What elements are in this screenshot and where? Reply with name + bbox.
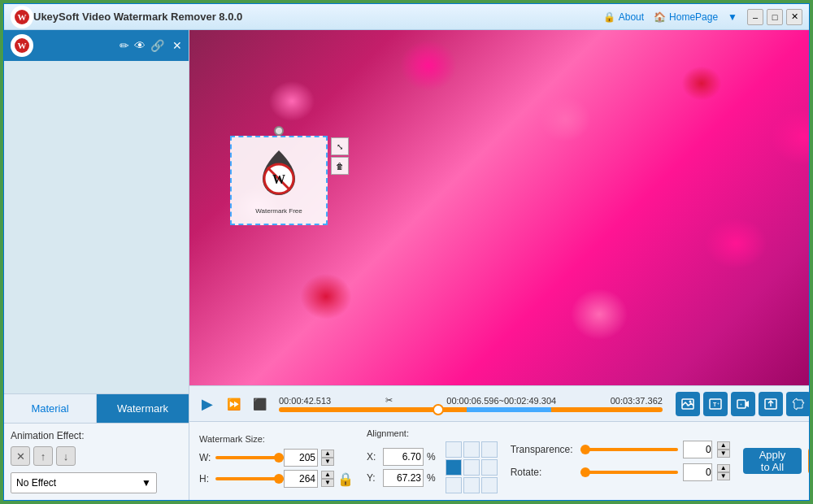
watermark-size-section: Watermark Size: W: ▲ ▼ H:: [199, 434, 354, 488]
align-middle-center[interactable]: [463, 459, 480, 476]
title-bar: W UkeySoft Video Watermark Remover 8.0.0…: [4, 4, 809, 30]
next-button[interactable]: Next -->: [808, 448, 809, 474]
transparency-input[interactable]: [683, 441, 712, 458]
panel-tabs: Material Watermark: [4, 393, 189, 423]
add-video-button[interactable]: +: [731, 392, 755, 416]
animation-down-btn[interactable]: ↓: [56, 446, 76, 466]
x-label: X:: [367, 451, 380, 463]
y-pct: %: [427, 472, 436, 484]
rotate-input[interactable]: [683, 463, 712, 481]
apply-all-button[interactable]: Apply to All: [743, 448, 802, 474]
video-area: W Watermark Free ⤡ 🗑: [189, 30, 809, 385]
step-forward-button[interactable]: ⏩: [222, 393, 245, 415]
about-link[interactable]: 🔒 About: [603, 11, 644, 23]
total-time: 00:03:37.362: [611, 396, 663, 406]
minimize-button[interactable]: –: [747, 9, 763, 25]
svg-text:W: W: [272, 172, 285, 186]
panel-header: W ✏ 👁 🔗 ✕: [4, 30, 189, 61]
width-down-btn[interactable]: ▼: [321, 458, 334, 466]
maximize-button[interactable]: □: [767, 9, 783, 25]
timeline-segment: [467, 407, 551, 412]
svg-point-8: [689, 400, 691, 402]
link-icon[interactable]: 🔗: [150, 39, 164, 52]
height-input[interactable]: [284, 470, 318, 488]
watermark-scale-icon[interactable]: ⤡: [331, 137, 349, 155]
height-slider[interactable]: [215, 477, 280, 480]
pencil-icon[interactable]: ✏: [120, 39, 129, 52]
transparency-up-btn[interactable]: ▲: [717, 441, 730, 450]
transform-button[interactable]: [786, 392, 809, 416]
video-background: W Watermark Free ⤡ 🗑: [189, 30, 809, 385]
add-image-button[interactable]: +: [676, 392, 700, 416]
toolbar-icons: + T+ +: [676, 392, 809, 416]
height-label: H:: [199, 473, 212, 484]
panel-tools: ✏ 👁 🔗 ✕: [120, 39, 182, 52]
align-bottom-right[interactable]: [481, 477, 498, 493]
align-middle-right[interactable]: [481, 459, 498, 476]
align-top-center[interactable]: [463, 441, 480, 458]
alignment-label: Alignment:: [367, 428, 498, 438]
app-title: UkeySoft Video Watermark Remover 8.0.0: [33, 11, 603, 23]
homepage-link[interactable]: 🏠 HomePage: [654, 11, 718, 23]
toolbar-row: ▶ ⏩ ⬛ 00:00:42.513 ✂ 00:00:06.596~00:02:…: [189, 385, 809, 421]
animation-label: Animation Effect:: [11, 430, 182, 441]
timeline-area: 00:00:42.513 ✂ 00:00:06.596~00:02:49.304…: [274, 395, 667, 412]
bottom-panel: Watermark Size: W: ▲ ▼ H:: [189, 421, 809, 500]
width-slider[interactable]: [215, 456, 280, 459]
svg-text:+: +: [686, 402, 689, 407]
timeline-bar[interactable]: [279, 407, 663, 412]
no-effect-dropdown[interactable]: No Effect ▼: [11, 472, 157, 493]
align-bottom-center[interactable]: [463, 477, 480, 493]
play-button[interactable]: ▶: [196, 393, 219, 415]
transparency-slider[interactable]: [580, 448, 678, 451]
dropdown-icon[interactable]: ▼: [728, 11, 737, 23]
transparency-down-btn[interactable]: ▼: [717, 450, 730, 458]
dropdown-arrow-icon: ▼: [141, 477, 151, 489]
width-input[interactable]: [284, 449, 318, 467]
rotate-down-btn[interactable]: ▼: [717, 472, 730, 480]
rotate-spinner: ▲ ▼: [717, 464, 730, 480]
left-panel: W ✏ 👁 🔗 ✕ Material Watermark Animation E…: [4, 30, 189, 500]
transparency-label: Transparence:: [511, 444, 576, 455]
height-up-btn[interactable]: ▲: [321, 471, 334, 479]
animation-up-btn[interactable]: ↑: [33, 446, 53, 466]
align-bottom-left[interactable]: [446, 477, 462, 493]
stop-button[interactable]: ⬛: [248, 393, 271, 415]
watermark-delete-icon[interactable]: 🗑: [331, 157, 349, 175]
animation-delete-btn[interactable]: ✕: [11, 446, 30, 466]
align-top-left[interactable]: [446, 441, 462, 458]
watermark-rotate-handle[interactable]: [274, 126, 284, 136]
svg-text:W: W: [18, 12, 27, 22]
watermark-actions: ⤡ 🗑: [331, 137, 349, 175]
app-window: W UkeySoft Video Watermark Remover 8.0.0…: [3, 3, 810, 501]
action-buttons: Apply to All Next -->: [743, 448, 809, 474]
y-input[interactable]: [383, 469, 424, 487]
close-button[interactable]: ✕: [786, 9, 802, 25]
width-spinner: ▲ ▼: [321, 450, 334, 466]
svg-text:+: +: [717, 401, 720, 406]
time-display: 00:00:42.513 ✂ 00:00:06.596~00:02:49.304…: [279, 395, 663, 406]
panel-close-icon[interactable]: ✕: [172, 39, 182, 52]
tab-material[interactable]: Material: [4, 393, 97, 423]
width-up-btn[interactable]: ▲: [321, 450, 334, 458]
rotate-up-btn[interactable]: ▲: [717, 464, 730, 472]
current-time: 00:00:42.513: [279, 396, 331, 406]
add-text-button[interactable]: T+: [703, 392, 728, 416]
align-top-right[interactable]: [481, 441, 498, 458]
eye-icon[interactable]: 👁: [134, 39, 146, 52]
export-button[interactable]: [759, 392, 783, 416]
lock-icon: 🔒: [603, 11, 615, 23]
watermark-overlay[interactable]: W Watermark Free ⤡ 🗑: [230, 136, 328, 225]
x-input[interactable]: [383, 448, 424, 466]
window-controls: – □ ✕: [747, 9, 802, 25]
nav-bar: 🔒 About 🏠 HomePage ▼: [603, 11, 737, 23]
timeline-thumb[interactable]: [433, 404, 444, 415]
height-down-btn[interactable]: ▼: [321, 479, 334, 487]
lock-icon[interactable]: 🔒: [337, 471, 354, 487]
tab-watermark[interactable]: Watermark: [97, 393, 189, 423]
align-middle-left[interactable]: [446, 459, 462, 476]
rotate-slider[interactable]: [580, 471, 678, 474]
panel-logo: W: [11, 34, 33, 57]
main-area: W Watermark Free ⤡ 🗑 ▶ ⏩: [189, 30, 809, 500]
thumbnail-area: [4, 61, 189, 393]
